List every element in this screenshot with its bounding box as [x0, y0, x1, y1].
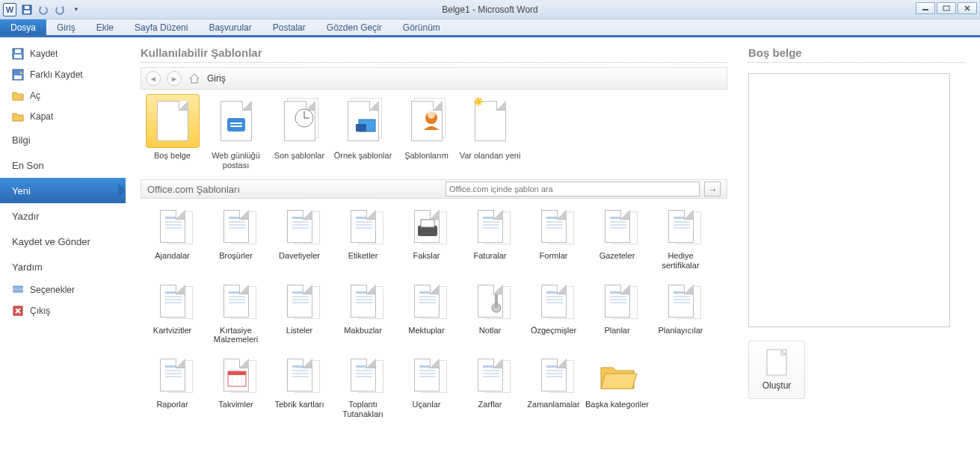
sidebar-label: Kaydet [30, 49, 58, 59]
template-category-icon [404, 353, 450, 397]
office-template-item[interactable]: Zarflar [458, 353, 522, 427]
office-template-item[interactable]: Ajandalar [141, 205, 204, 279]
svg-rect-84 [546, 296, 563, 297]
sidebar-open[interactable]: Aç [0, 85, 126, 106]
office-template-item[interactable]: Planlayıcılar [649, 279, 712, 353]
ribbon-tab[interactable]: Görünüm [392, 19, 451, 35]
office-template-item[interactable]: Notlar [458, 279, 522, 353]
template-category-icon [594, 205, 641, 248]
svg-rect-60 [674, 227, 690, 229]
template-label: Davetiyeler [279, 251, 320, 260]
office-template-item[interactable]: Toplantı Tutanakları [331, 353, 395, 427]
search-go-button[interactable]: → [704, 182, 721, 197]
sidebar-save[interactable]: Kaydet [0, 43, 126, 64]
ribbon-tab[interactable]: Sayfa Düzeni [124, 19, 198, 35]
ribbon-tab[interactable]: Başvurular [198, 19, 262, 35]
maximize-button[interactable] [937, 2, 956, 14]
template-category-icon [340, 279, 386, 323]
sidebar-label: Aç [30, 90, 40, 101]
nav-back-button[interactable]: ◄ [146, 71, 161, 86]
create-button[interactable]: Oluştur [748, 341, 805, 399]
svg-rect-95 [165, 365, 182, 368]
office-template-item[interactable]: Kartvizitler [141, 279, 204, 353]
nav-forward-button[interactable]: ► [167, 71, 182, 86]
home-icon[interactable] [188, 72, 201, 85]
office-template-item[interactable]: Hediye sertifikalar [649, 205, 712, 279]
sidebar-exit[interactable]: Çıkış [0, 300, 126, 321]
template-from-existing[interactable]: Var olandan yeni [458, 94, 522, 176]
options-icon [12, 284, 24, 296]
office-template-item[interactable]: Özgeçmişler [522, 279, 585, 353]
sidebar-recent[interactable]: En Son [0, 152, 126, 178]
close-button[interactable] [958, 2, 977, 14]
office-templates-header: Office.com Şablonları → [141, 179, 727, 199]
sidebar-print[interactable]: Yazdır [0, 203, 126, 229]
ribbon-tab[interactable]: Gözden Geçir [316, 19, 392, 35]
template-label: Formlar [540, 251, 568, 260]
template-label: Uçanlar [413, 400, 441, 409]
office-template-item[interactable]: Davetiyeler [268, 205, 331, 279]
sidebar-label: En Son [12, 160, 44, 171]
svg-rect-36 [292, 221, 309, 223]
svg-rect-87 [610, 291, 626, 294]
ribbon-tab[interactable]: Postalar [262, 19, 316, 35]
office-template-item[interactable]: Listeler [268, 279, 331, 353]
office-template-item[interactable]: Mektuplar [395, 279, 458, 353]
office-template-item[interactable]: Formlar [522, 205, 585, 279]
template-category-icon [594, 353, 641, 397]
svg-rect-98 [165, 376, 182, 377]
svg-rect-17 [227, 118, 245, 132]
svg-rect-56 [610, 227, 626, 229]
template-category-icon [658, 279, 704, 323]
svg-rect-31 [229, 217, 245, 219]
office-template-item[interactable]: Uçanlar [395, 353, 458, 427]
svg-rect-30 [165, 227, 182, 229]
template-search-input[interactable] [446, 182, 700, 197]
office-template-item[interactable]: Tebrik kartları [268, 353, 331, 427]
office-template-item[interactable]: Broşürler [204, 205, 268, 279]
sidebar-label: Seçenekler [30, 285, 75, 295]
svg-rect-115 [419, 376, 436, 377]
office-template-item[interactable]: Kırtasiye Malzemeleri [204, 279, 268, 353]
svg-rect-114 [419, 373, 436, 374]
office-template-item[interactable]: Takvimler [204, 353, 268, 427]
template-label: Broşürler [219, 251, 253, 260]
template-label: Fakslar [413, 251, 440, 260]
office-template-item[interactable]: Makbuzlar [331, 279, 395, 353]
template-category-icon [340, 205, 386, 248]
sidebar-options[interactable]: Seçenekler [0, 279, 126, 300]
sidebar-close[interactable]: Kapat [0, 106, 126, 127]
svg-rect-52 [546, 227, 563, 229]
office-template-item[interactable]: Başka kategoriler [585, 353, 649, 427]
template-sample[interactable]: Örnek şablonlar [331, 94, 395, 176]
template-category-icon [213, 279, 259, 323]
svg-rect-58 [674, 221, 690, 223]
office-template-item[interactable]: Planlar [585, 279, 649, 353]
template-blog-post[interactable]: Web günlüğü postası [204, 94, 268, 176]
office-template-item[interactable]: Fakslar [395, 205, 458, 279]
svg-rect-13 [13, 290, 22, 292]
ribbon-tab[interactable]: Ekle [86, 19, 124, 35]
file-tab[interactable]: Dosya [0, 19, 46, 35]
svg-rect-55 [610, 224, 626, 226]
sidebar-new[interactable]: Yeni [0, 178, 126, 203]
template-my-templates[interactable]: Şablonlarım [395, 94, 458, 176]
office-template-item[interactable]: Faturalar [458, 205, 522, 279]
office-template-item[interactable]: Zamanlamalar [522, 353, 585, 427]
office-template-item[interactable]: Etiketler [331, 205, 395, 279]
ribbon-tab[interactable]: Giriş [46, 19, 86, 35]
svg-rect-86 [546, 302, 563, 303]
template-category-icon [213, 205, 259, 248]
template-blank-document[interactable]: Boş belge [141, 94, 204, 176]
office-template-item[interactable]: Raporlar [141, 353, 204, 427]
template-recent[interactable]: Son şablonlar [268, 94, 331, 176]
sidebar-save-send[interactable]: Kaydet ve Gönder [0, 229, 126, 254]
template-label: Hediye sertifikalar [662, 251, 699, 270]
sidebar-help[interactable]: Yardım [0, 254, 126, 279]
sidebar-saveas[interactable]: Farklı Kaydet [0, 64, 126, 85]
template-category-icon [277, 279, 323, 323]
minimize-button[interactable] [916, 2, 935, 14]
office-template-item[interactable]: Gazeteler [585, 205, 649, 279]
svg-rect-76 [356, 302, 372, 303]
sidebar-info[interactable]: Bilgi [0, 127, 126, 152]
